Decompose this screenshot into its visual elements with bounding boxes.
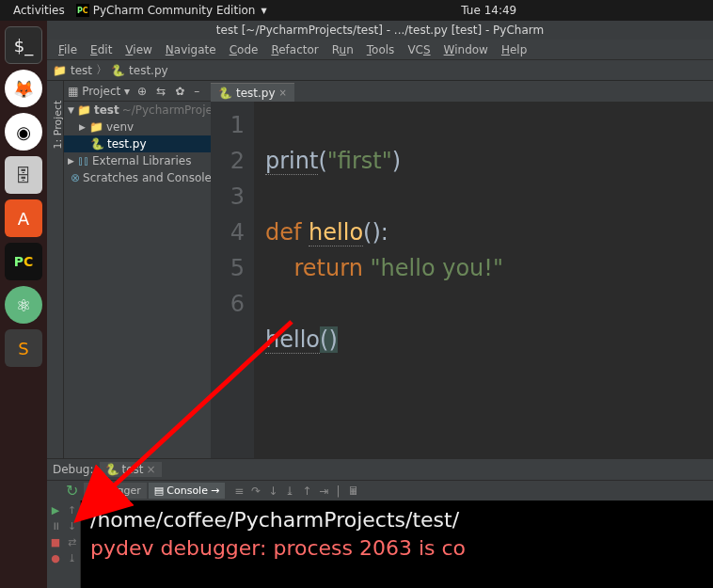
step-over-icon[interactable]: ↷	[249, 485, 262, 498]
console-output[interactable]: /home/coffee/PycharmProjects/test/ pydev…	[81, 501, 713, 588]
editor-tabs: 🐍 test.py ×	[211, 81, 713, 102]
menu-help[interactable]: Help	[496, 41, 532, 58]
step-out-icon[interactable]: ↑	[300, 485, 313, 498]
menu-file[interactable]: File	[53, 41, 83, 58]
activities-button[interactable]: Activities	[8, 4, 71, 17]
firefox-icon[interactable]: 🦊	[5, 70, 42, 107]
debug-config-tab[interactable]: 🐍test ×	[100, 462, 162, 477]
tool-window-bar-left: 1: Project	[47, 81, 64, 458]
console-tab[interactable]: ▤ Console →	[149, 483, 225, 499]
tree-root[interactable]: ▼📁 test ~/PycharmProjects	[64, 102, 211, 119]
step-into-icon[interactable]: ↓	[266, 485, 279, 498]
breadcrumb: 📁 test 〉 🐍 test.py	[47, 60, 713, 81]
chrome-icon[interactable]: ◉	[5, 113, 42, 151]
menu-run[interactable]: Run	[326, 41, 359, 58]
rerun-icon[interactable]: ↻	[62, 482, 82, 500]
python-icon: 🐍	[111, 64, 125, 77]
tree-external-libraries[interactable]: ▶⫿⫿ External Libraries	[64, 152, 211, 169]
pause-icon[interactable]: ⏸	[51, 520, 61, 532]
menu-code[interactable]: Code	[224, 41, 264, 58]
editor[interactable]: 1 2 3 4 5 6 print("first") def hello(): …	[211, 102, 713, 458]
crumb-folder[interactable]: test	[71, 64, 92, 77]
menu-refactor[interactable]: Refactor	[265, 41, 324, 58]
up-icon[interactable]: ↑	[68, 504, 76, 516]
tree-test-py[interactable]: 🐍 test.py	[64, 135, 211, 152]
project-tree: ▼📁 test ~/PycharmProjects ▶📁 venv 🐍 test…	[64, 102, 211, 458]
tree-venv[interactable]: ▶📁 venv	[64, 119, 211, 135]
dock: $_ 🦊 ◉ 🗄 A PC ⚛ S	[0, 21, 47, 588]
editor-tab-test-py[interactable]: 🐍 test.py ×	[211, 83, 294, 102]
stop-icon[interactable]: ■	[51, 536, 60, 548]
tree-scratches[interactable]: ⊗ Scratches and Consoles	[64, 169, 211, 186]
menu-view[interactable]: View	[119, 41, 157, 58]
show-exec-point-icon[interactable]: ≡	[232, 485, 246, 498]
settings-icon[interactable]: ✿	[173, 85, 186, 98]
editor-tab-label: test.py	[236, 87, 276, 100]
window-title: test [~/PycharmProjects/test] - .../test…	[47, 21, 713, 40]
run-to-cursor-icon[interactable]: ⇥	[317, 485, 330, 498]
console-side-buttons: ↑ ↓ ⇄ ⤓	[64, 501, 81, 588]
evaluate-icon[interactable]: 🖩	[346, 485, 361, 498]
app-menu-label: PyCharm Community Edition	[93, 4, 256, 17]
view-breakpoints-icon[interactable]: ●	[51, 552, 60, 564]
resume-icon[interactable]: ▶	[52, 504, 59, 516]
scroll-end-icon[interactable]: ⤓	[68, 552, 76, 564]
clock[interactable]: Tue 14:49	[455, 4, 522, 17]
project-tool-tab[interactable]: 1: Project	[52, 101, 64, 150]
app-menu[interactable]: PC PyCharm Community Edition ▼	[71, 4, 273, 17]
project-toolbar: ▦ Project ▾ ⊕ ⇆ ✿ –	[64, 81, 211, 102]
software-icon[interactable]: A	[5, 199, 42, 237]
files-icon[interactable]: 🗄	[5, 156, 42, 194]
project-view-label[interactable]: ▦ Project ▾	[68, 85, 130, 98]
debug-title: Debug:	[53, 463, 94, 476]
pycharm-icon: PC	[76, 4, 89, 17]
crumb-file[interactable]: test.py	[129, 64, 168, 77]
menu-bar: File Edit View Navigate Code Refactor Ru…	[47, 40, 713, 60]
debug-panel: Debug: 🐍test × ↻ Debugger ▤ Console → ≡ …	[47, 458, 713, 588]
folder-icon: 📁	[53, 64, 67, 77]
sublime-icon[interactable]: S	[5, 329, 42, 367]
chevron-down-icon: ▼	[261, 7, 266, 15]
menu-edit[interactable]: Edit	[85, 41, 118, 58]
menu-navigate[interactable]: Navigate	[160, 41, 222, 58]
chevron-right-icon: 〉	[96, 62, 107, 78]
soft-wrap-icon[interactable]: ⇄	[68, 536, 76, 548]
down-icon[interactable]: ↓	[68, 520, 76, 532]
code-area[interactable]: print("first") def hello(): return "hell…	[254, 102, 713, 458]
pycharm-dock-icon[interactable]: PC	[5, 243, 42, 280]
hide-icon[interactable]: –	[192, 85, 201, 98]
menu-window[interactable]: Window	[438, 41, 494, 58]
atom-icon[interactable]: ⚛	[5, 286, 42, 324]
scroll-from-source-icon[interactable]: ⊕	[135, 85, 149, 98]
python-icon: 🐍	[218, 87, 232, 100]
step-into-my-icon[interactable]: ⤓	[283, 485, 296, 498]
close-tab-icon[interactable]: ×	[279, 87, 287, 98]
debugger-tab[interactable]: Debugger	[84, 483, 146, 499]
line-gutter: 1 2 3 4 5 6	[211, 102, 254, 458]
menu-vcs[interactable]: VCS	[402, 41, 436, 58]
menu-tools[interactable]: Tools	[361, 41, 401, 58]
terminal-icon[interactable]: $_	[5, 26, 42, 64]
collapse-all-icon[interactable]: ⇆	[154, 85, 167, 98]
step-toolbar: ≡ ↷ ↓ ⤓ ↑ ⇥ | 🖩	[227, 485, 360, 498]
debug-side-buttons: ▶ ⏸ ■ ●	[47, 501, 64, 588]
